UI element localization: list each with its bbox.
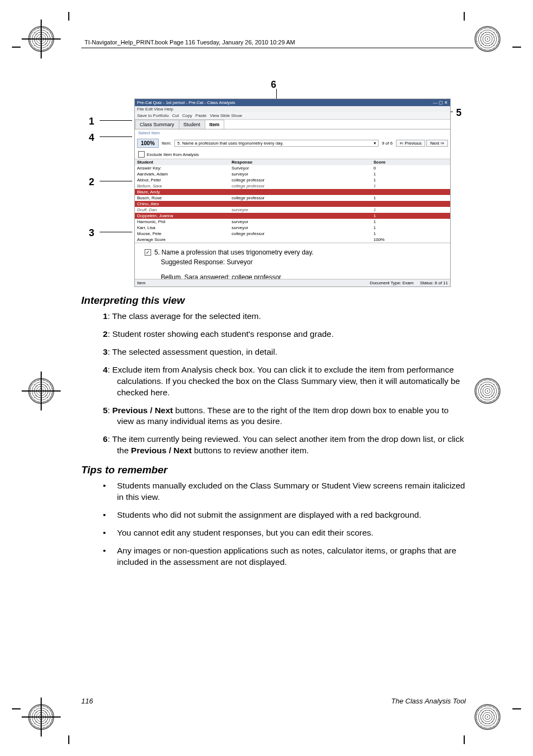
table-row[interactable]: Moose, Petecollege professor1 [135, 231, 450, 237]
col-score[interactable]: Score [371, 159, 450, 165]
item-count: 9 of 6 [382, 141, 393, 146]
running-head: TI-Navigator_Help_PRINT.book Page 116 Tu… [84, 39, 295, 45]
suggested-response: Suggested Response: Surveyor [161, 258, 440, 266]
toolbar[interactable]: Save to Portfolio Cut Copy Paste View Sl… [135, 112, 450, 120]
tip-4: Any images or non-question applications … [103, 545, 466, 568]
col-response[interactable]: Response [230, 159, 372, 165]
li2-text: : Student roster showing each student's … [108, 329, 334, 338]
item-dropdown-text: 5. Name a profession that uses trigonome… [177, 141, 283, 146]
detail-question: 5. Name a profession that uses trigonome… [154, 249, 314, 256]
table-row[interactable]: Karr, Lisasurveyor1 [135, 225, 450, 231]
chevron-down-icon: ▾ [374, 141, 376, 146]
callout-4: 4 [89, 132, 94, 144]
li3-text: : The selected assessment question, in d… [108, 347, 277, 356]
table-row[interactable]: Harmonic, Philsurveyor1 [135, 219, 450, 225]
status-count: Status: 8 of 11 [420, 281, 448, 285]
table-row[interactable]: Druff, Dansurveyor1 [135, 207, 450, 213]
tip-1: Students manually excluded on the Class … [103, 480, 466, 503]
heading-tips: Tips to remember [81, 464, 466, 476]
li1-text: : The class average for the selected ite… [108, 311, 261, 321]
menu-bar[interactable]: File Edit View Help [135, 106, 450, 112]
tip-2: Students who did not submit the assignme… [103, 510, 466, 521]
callout-1: 1 [89, 116, 94, 127]
footer-title: The Class Analysis Tool [391, 697, 466, 705]
paste-button[interactable]: Paste [196, 113, 206, 118]
page-footer: 116 The Class Analysis Tool [81, 697, 466, 705]
li3-num: 3 [103, 347, 108, 356]
tips-list: Students manually excluded on the Class … [103, 480, 466, 568]
li6-num: 6 [103, 434, 108, 444]
col-student[interactable]: Student [135, 159, 230, 165]
li6-bold: Previous / Next [131, 446, 192, 455]
roster-table: Student Response Score Answer Key:Survey… [135, 159, 450, 243]
page-number: 116 [81, 697, 93, 705]
item-dropdown[interactable]: 5. Name a profession that uses trigonome… [174, 140, 379, 147]
figure: 6 1 4 2 3 5 Pre-Cal Quiz - 1st period - … [81, 81, 466, 287]
tab-item[interactable]: Item [205, 120, 225, 129]
table-row[interactable]: Chino, Alex [135, 201, 450, 207]
exclude-label: Exclude Item from Analysis [147, 152, 199, 157]
window-title: Pre-Cal Quiz - 1st period - Pre-Cal - Cl… [137, 100, 235, 105]
callout-3: 3 [89, 227, 94, 239]
save-button[interactable]: Save to Portfolio [137, 113, 169, 118]
li2-num: 2 [103, 329, 108, 338]
table-row[interactable]: Busch, Rosecollege professor1 [135, 195, 450, 201]
class-average-box: 100% [137, 139, 159, 148]
previous-button[interactable]: ⇐ Previous [396, 140, 425, 147]
li4-text: : Exclude item from Analysis check box. … [108, 365, 460, 397]
next-label: Next [430, 141, 439, 146]
li5-pre: : [108, 406, 113, 415]
exclude-checkbox[interactable] [138, 151, 145, 158]
table-row[interactable]: Answer Key:Surveyor0 [135, 165, 450, 171]
li5-bold: Previous / Next [112, 406, 173, 415]
interpret-list: 1: The class average for the selected it… [103, 311, 466, 457]
li6-rest: buttons to review another item. [192, 446, 309, 455]
view-tabs[interactable]: Class Summary Student Item [135, 120, 450, 129]
next-button[interactable]: Next ⇒ [426, 140, 448, 147]
table-row[interactable]: Blaze, Andy [135, 189, 450, 195]
status-doc-type: Document Type: Exam [370, 281, 414, 285]
li1-num: 1 [103, 311, 108, 321]
table-row[interactable]: Aardvark, Adamsurveyor1 [135, 171, 450, 177]
select-item-label: Select Item [135, 129, 450, 136]
header-rule [81, 48, 473, 48]
previous-label: Previous [405, 141, 421, 146]
li5-num: 5 [103, 406, 108, 415]
table-row[interactable]: Average Score100% [135, 237, 450, 243]
status-item: Item [137, 281, 146, 285]
li4-num: 4 [103, 365, 108, 374]
tab-student[interactable]: Student [179, 120, 205, 129]
table-row[interactable]: Abbot, Petercollege professor1 [135, 177, 450, 183]
status-bar: Item Document Type: Exam Status: 8 of 11 [135, 279, 450, 286]
window-controls[interactable]: — ▢ ✕ [433, 100, 448, 105]
callout-6: 6 [271, 79, 276, 90]
callout-5: 5 [456, 107, 461, 119]
table-row[interactable]: Doppelein, Joanna1 [135, 213, 450, 219]
callout-2: 2 [89, 177, 94, 188]
item-label: Item: [162, 141, 172, 146]
title-bar: Pre-Cal Quiz - 1st period - Pre-Cal - Cl… [135, 99, 450, 106]
heading-interpreting: Interpreting this view [81, 295, 466, 307]
detail-check-icon: ✓ [145, 249, 151, 256]
copy-button[interactable]: Copy [182, 113, 192, 118]
slideshow-button[interactable]: View Slide Show [210, 113, 242, 118]
table-row[interactable]: Bellum, Saracollege professor1 [135, 183, 450, 189]
tab-class-summary[interactable]: Class Summary [135, 120, 179, 129]
cut-button[interactable]: Cut [172, 113, 179, 118]
app-window: Pre-Cal Quiz - 1st period - Pre-Cal - Cl… [134, 99, 451, 287]
tip-3: You cannot edit any student responses, b… [103, 527, 466, 539]
